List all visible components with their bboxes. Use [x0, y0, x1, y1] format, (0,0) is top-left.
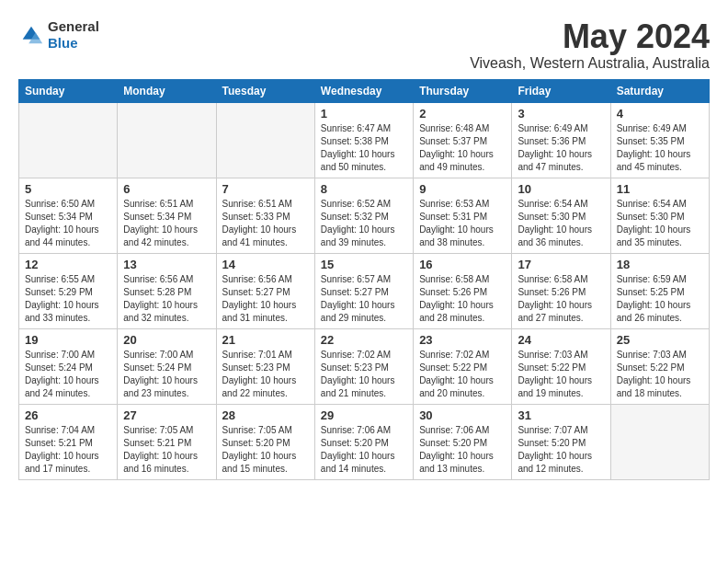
day-info: Sunrise: 7:05 AMSunset: 5:20 PMDaylight:… [222, 424, 309, 476]
weekday-thursday: Thursday [414, 79, 512, 102]
calendar-cell: 6Sunrise: 6:51 AMSunset: 5:34 PMDaylight… [118, 178, 216, 253]
day-number: 1 [321, 107, 407, 121]
calendar-cell: 1Sunrise: 6:47 AMSunset: 5:38 PMDaylight… [314, 102, 413, 178]
day-number: 20 [123, 333, 210, 347]
calendar-cell: 26Sunrise: 7:04 AMSunset: 5:21 PMDayligh… [19, 404, 118, 479]
calendar-cell: 5Sunrise: 6:50 AMSunset: 5:34 PMDaylight… [19, 178, 118, 253]
day-info: Sunrise: 7:04 AMSunset: 5:21 PMDaylight:… [25, 424, 111, 476]
day-number: 23 [419, 333, 506, 347]
day-info: Sunrise: 7:02 AMSunset: 5:23 PMDaylight:… [321, 349, 407, 400]
weekday-friday: Friday [512, 79, 610, 102]
day-info: Sunrise: 6:51 AMSunset: 5:33 PMDaylight:… [222, 198, 309, 249]
day-info: Sunrise: 6:48 AMSunset: 5:37 PMDaylight:… [419, 122, 506, 174]
calendar-cell: 12Sunrise: 6:55 AMSunset: 5:29 PMDayligh… [19, 253, 118, 328]
day-info: Sunrise: 6:54 AMSunset: 5:30 PMDaylight:… [518, 198, 604, 249]
day-info: Sunrise: 6:56 AMSunset: 5:28 PMDaylight:… [123, 273, 210, 325]
day-number: 2 [419, 107, 506, 121]
calendar-cell: 30Sunrise: 7:06 AMSunset: 5:20 PMDayligh… [414, 404, 512, 479]
calendar-cell: 8Sunrise: 6:52 AMSunset: 5:32 PMDaylight… [314, 178, 413, 253]
calendar-cell: 31Sunrise: 7:07 AMSunset: 5:20 PMDayligh… [512, 404, 610, 479]
weekday-saturday: Saturday [610, 79, 709, 102]
calendar-cell: 21Sunrise: 7:01 AMSunset: 5:23 PMDayligh… [216, 328, 314, 404]
day-info: Sunrise: 7:00 AMSunset: 5:24 PMDaylight:… [25, 349, 111, 400]
day-info: Sunrise: 6:58 AMSunset: 5:26 PMDaylight:… [419, 273, 506, 325]
day-info: Sunrise: 7:02 AMSunset: 5:22 PMDaylight:… [419, 349, 506, 400]
calendar-cell: 27Sunrise: 7:05 AMSunset: 5:21 PMDayligh… [118, 404, 216, 479]
day-number: 24 [518, 333, 604, 347]
calendar-cell: 18Sunrise: 6:59 AMSunset: 5:25 PMDayligh… [610, 253, 709, 328]
calendar-cell: 25Sunrise: 7:03 AMSunset: 5:22 PMDayligh… [610, 328, 709, 404]
weekday-tuesday: Tuesday [216, 79, 314, 102]
day-info: Sunrise: 6:55 AMSunset: 5:29 PMDaylight:… [25, 273, 111, 325]
day-number: 14 [222, 258, 309, 271]
day-number: 26 [25, 408, 111, 422]
location: Viveash, Western Australia, Australia [470, 55, 710, 72]
day-number: 25 [617, 333, 703, 347]
weekday-wednesday: Wednesday [314, 79, 413, 102]
day-number: 6 [123, 182, 210, 196]
day-number: 5 [25, 182, 111, 196]
weekday-sunday: Sunday [19, 79, 118, 102]
day-info: Sunrise: 6:53 AMSunset: 5:31 PMDaylight:… [419, 198, 506, 249]
week-row-3: 12Sunrise: 6:55 AMSunset: 5:29 PMDayligh… [19, 253, 710, 328]
weekday-monday: Monday [118, 79, 216, 102]
day-number: 4 [617, 107, 703, 121]
calendar-cell [610, 404, 709, 479]
day-info: Sunrise: 7:07 AMSunset: 5:20 PMDaylight:… [518, 424, 604, 476]
day-info: Sunrise: 7:00 AMSunset: 5:24 PMDaylight:… [123, 349, 210, 400]
day-number: 8 [321, 182, 407, 196]
calendar-cell: 10Sunrise: 6:54 AMSunset: 5:30 PMDayligh… [512, 178, 610, 253]
day-number: 12 [25, 258, 111, 271]
day-number: 7 [222, 182, 309, 196]
day-info: Sunrise: 6:50 AMSunset: 5:34 PMDaylight:… [25, 198, 111, 249]
calendar-cell: 19Sunrise: 7:00 AMSunset: 5:24 PMDayligh… [19, 328, 118, 404]
month-title: May 2024 [470, 18, 710, 55]
week-row-4: 19Sunrise: 7:00 AMSunset: 5:24 PMDayligh… [19, 328, 710, 404]
calendar-cell: 15Sunrise: 6:57 AMSunset: 5:27 PMDayligh… [314, 253, 413, 328]
day-number: 28 [222, 408, 309, 422]
day-info: Sunrise: 6:47 AMSunset: 5:38 PMDaylight:… [321, 122, 407, 174]
calendar-cell: 13Sunrise: 6:56 AMSunset: 5:28 PMDayligh… [118, 253, 216, 328]
calendar-cell: 14Sunrise: 6:56 AMSunset: 5:27 PMDayligh… [216, 253, 314, 328]
day-number: 9 [419, 182, 506, 196]
calendar-cell: 2Sunrise: 6:48 AMSunset: 5:37 PMDaylight… [414, 102, 512, 178]
calendar-cell [19, 102, 118, 178]
logo-icon [18, 22, 44, 48]
day-info: Sunrise: 6:56 AMSunset: 5:27 PMDaylight:… [222, 273, 309, 325]
logo-general: General [48, 18, 99, 34]
day-number: 17 [518, 258, 604, 271]
calendar-cell: 11Sunrise: 6:54 AMSunset: 5:30 PMDayligh… [610, 178, 709, 253]
calendar-cell: 9Sunrise: 6:53 AMSunset: 5:31 PMDaylight… [414, 178, 512, 253]
calendar-cell: 17Sunrise: 6:58 AMSunset: 5:26 PMDayligh… [512, 253, 610, 328]
day-info: Sunrise: 6:54 AMSunset: 5:30 PMDaylight:… [617, 198, 703, 249]
calendar: SundayMondayTuesdayWednesdayThursdayFrid… [18, 79, 710, 480]
calendar-cell [118, 102, 216, 178]
day-number: 3 [518, 107, 604, 121]
calendar-cell: 7Sunrise: 6:51 AMSunset: 5:33 PMDaylight… [216, 178, 314, 253]
day-number: 21 [222, 333, 309, 347]
calendar-cell: 22Sunrise: 7:02 AMSunset: 5:23 PMDayligh… [314, 328, 413, 404]
calendar-cell: 4Sunrise: 6:49 AMSunset: 5:35 PMDaylight… [610, 102, 709, 178]
day-info: Sunrise: 6:49 AMSunset: 5:36 PMDaylight:… [518, 122, 604, 174]
calendar-cell: 16Sunrise: 6:58 AMSunset: 5:26 PMDayligh… [414, 253, 512, 328]
calendar-cell: 3Sunrise: 6:49 AMSunset: 5:36 PMDaylight… [512, 102, 610, 178]
day-info: Sunrise: 7:06 AMSunset: 5:20 PMDaylight:… [321, 424, 407, 476]
calendar-cell: 29Sunrise: 7:06 AMSunset: 5:20 PMDayligh… [314, 404, 413, 479]
day-info: Sunrise: 6:51 AMSunset: 5:34 PMDaylight:… [123, 198, 210, 249]
day-info: Sunrise: 7:05 AMSunset: 5:21 PMDaylight:… [123, 424, 210, 476]
day-number: 18 [617, 258, 703, 271]
day-info: Sunrise: 7:03 AMSunset: 5:22 PMDaylight:… [518, 349, 604, 400]
logo: General Blue [18, 18, 99, 52]
day-number: 13 [123, 258, 210, 271]
day-number: 27 [123, 408, 210, 422]
day-number: 31 [518, 408, 604, 422]
day-number: 19 [25, 333, 111, 347]
logo-blue: Blue [48, 35, 78, 51]
day-info: Sunrise: 6:49 AMSunset: 5:35 PMDaylight:… [617, 122, 703, 174]
day-info: Sunrise: 6:58 AMSunset: 5:26 PMDaylight:… [518, 273, 604, 325]
calendar-cell: 20Sunrise: 7:00 AMSunset: 5:24 PMDayligh… [118, 328, 216, 404]
calendar-cell: 24Sunrise: 7:03 AMSunset: 5:22 PMDayligh… [512, 328, 610, 404]
calendar-cell: 28Sunrise: 7:05 AMSunset: 5:20 PMDayligh… [216, 404, 314, 479]
day-number: 10 [518, 182, 604, 196]
weekday-header-row: SundayMondayTuesdayWednesdayThursdayFrid… [19, 79, 710, 102]
